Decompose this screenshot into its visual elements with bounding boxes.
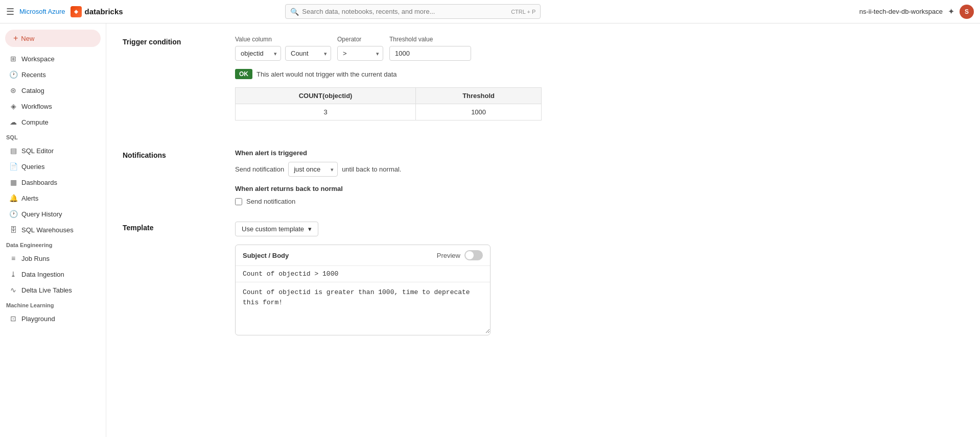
playground-icon: ⊡: [9, 314, 17, 323]
preview-row: Preview: [437, 250, 483, 260]
send-notification-checkbox-label: Send notification: [246, 198, 295, 205]
until-back-text: until back to normal.: [342, 165, 401, 173]
use-custom-template-label: Use custom template: [242, 225, 304, 233]
frequency-select-wrapper: just once each time daily ▾: [288, 162, 338, 177]
settings-icon[interactable]: ✦: [948, 7, 954, 16]
sidebar-item-sql-editor[interactable]: ▤ SQL Editor: [3, 143, 103, 158]
sidebar-item-catalog[interactable]: ⊛ Catalog: [3, 83, 103, 98]
alert-info-text: This alert would not trigger with the cu…: [256, 70, 397, 78]
alerts-icon: 🔔: [9, 194, 17, 202]
workflows-icon: ◈: [9, 102, 17, 110]
sidebar-item-workspace[interactable]: ⊞ Workspace: [3, 51, 103, 66]
template-label-col: Template: [123, 222, 235, 335]
table-row: 3 1000: [236, 104, 542, 120]
sidebar-item-sql-warehouses[interactable]: 🗄 SQL Warehouses: [3, 222, 103, 237]
delta-live-tables-icon: ∿: [9, 286, 17, 294]
job-runs-icon: ≡: [9, 254, 17, 262]
notifications-title: Notifications: [123, 151, 235, 159]
recents-icon: 🕐: [9, 70, 17, 79]
sidebar-item-alerts[interactable]: 🔔 Alerts: [3, 190, 103, 206]
search-input[interactable]: [285, 4, 541, 19]
de-section-label: Data Engineering: [0, 238, 106, 250]
sidebar-item-job-runs[interactable]: ≡ Job Runs: [3, 251, 103, 266]
sidebar-item-playground[interactable]: ⊡ Playground: [3, 311, 103, 326]
aggregate-select-wrapper: Count Sum Avg Min Max ▾: [285, 46, 331, 61]
preview-toggle[interactable]: [464, 250, 483, 260]
trigger-condition-section: Trigger condition Value column objectid …: [123, 36, 964, 133]
send-notification-label: Send notification: [235, 165, 284, 173]
table-col1-value: 3: [236, 104, 416, 120]
sql-warehouses-icon: 🗄: [9, 226, 17, 234]
query-history-icon: 🕐: [9, 210, 17, 218]
ml-section-label: Machine Learning: [0, 298, 106, 310]
search-bar: 🔍 CTRL + P: [285, 4, 541, 19]
use-custom-template-button[interactable]: Use custom template ▾: [235, 222, 318, 236]
column-select-wrapper: objectid name id ▾: [235, 46, 281, 61]
subject-body-header: Subject / Body Preview: [236, 245, 490, 266]
table-col2-header: Threshold: [416, 88, 542, 104]
operator-label: Operator: [337, 36, 383, 43]
topbar-right: ns-ii-tech-dev-db-workspace ✦ S: [859, 5, 974, 19]
operator-select-wrapper: > >= < <= = ▾: [337, 46, 383, 61]
new-button[interactable]: + New: [5, 30, 101, 47]
compute-icon: ☁: [9, 118, 17, 126]
sidebar-item-delta-live-tables[interactable]: ∿ Delta Live Tables: [3, 282, 103, 298]
azure-logo: Microsoft Azure: [19, 8, 65, 15]
threshold-input[interactable]: [389, 46, 471, 61]
workspace-icon: ⊞: [9, 55, 17, 63]
sidebar-item-compute[interactable]: ☁ Compute: [3, 114, 103, 130]
body-textarea[interactable]: Count of objectid is greater than 1000, …: [236, 282, 490, 333]
operator-field-group: Operator > >= < <= = ▾: [337, 36, 383, 61]
avatar[interactable]: S: [960, 5, 974, 19]
subject-body-title: Subject / Body: [243, 252, 289, 259]
trigger-condition-label-col: Trigger condition: [123, 36, 235, 133]
sidebar-item-query-history[interactable]: 🕐 Query History: [3, 206, 103, 222]
template-chevron-icon: ▾: [308, 225, 312, 233]
sidebar-item-queries[interactable]: 📄 Queries: [3, 159, 103, 174]
search-shortcut: CTRL + P: [511, 9, 535, 15]
when-back-normal-label: When alert returns back to normal: [235, 185, 964, 192]
data-ingestion-icon: ⤓: [9, 270, 17, 278]
column-select[interactable]: objectid name id: [235, 46, 281, 61]
frequency-select[interactable]: just once each time daily: [288, 162, 338, 177]
trigger-condition-table: COUNT(objectid) Threshold 3 1000: [235, 87, 542, 120]
sidebar-item-dashboards[interactable]: ▦ Dashboards: [3, 175, 103, 190]
topbar-left: ☰ Microsoft Azure ◈ databricks: [6, 6, 123, 17]
threshold-field-group: Threshold value: [389, 36, 471, 61]
notifications-section: Notifications When alert is triggered Se…: [123, 149, 964, 205]
send-notification-checkbox-row: Send notification: [235, 198, 964, 205]
when-triggered-label: When alert is triggered: [235, 149, 964, 157]
content-area: Trigger condition Value column objectid …: [106, 23, 980, 437]
aggregate-select[interactable]: Count Sum Avg Min Max: [285, 46, 331, 61]
hamburger-icon[interactable]: ☰: [6, 6, 14, 17]
trigger-condition-title: Trigger condition: [123, 38, 235, 46]
sidebar-item-data-ingestion[interactable]: ⤓ Data Ingestion: [3, 266, 103, 282]
sidebar: + New ⊞ Workspace 🕐 Recents ⊛ Catalog ◈ …: [0, 23, 106, 437]
main-layout: + New ⊞ Workspace 🕐 Recents ⊛ Catalog ◈ …: [0, 23, 980, 437]
alert-info: OK This alert would not trigger with the…: [235, 69, 964, 79]
databricks-icon: ◈: [71, 6, 82, 17]
sql-section-label: SQL: [0, 130, 106, 142]
column-field-group: Value column objectid name id ▾: [235, 36, 331, 61]
queries-icon: 📄: [9, 162, 17, 171]
notifications-content: When alert is triggered Send notificatio…: [235, 149, 964, 205]
catalog-icon: ⊛: [9, 86, 17, 94]
workspace-name: ns-ii-tech-dev-db-workspace: [859, 8, 943, 15]
operator-select[interactable]: > >= < <= =: [337, 46, 383, 61]
search-icon: 🔍: [290, 8, 299, 16]
subject-input[interactable]: [236, 266, 490, 282]
template-title: Template: [123, 224, 235, 232]
table-col1-header: COUNT(objectid): [236, 88, 416, 104]
value-column-row: Value column objectid name id ▾: [235, 36, 964, 61]
value-column-label: Value column: [235, 36, 331, 43]
send-notification-checkbox[interactable]: [235, 198, 242, 205]
sidebar-item-recents[interactable]: 🕐 Recents: [3, 67, 103, 82]
sidebar-item-workflows[interactable]: ◈ Workflows: [3, 99, 103, 114]
plus-icon: +: [13, 34, 18, 43]
threshold-label: Threshold value: [389, 36, 471, 43]
sql-editor-icon: ▤: [9, 147, 17, 155]
template-section: Template Use custom template ▾ Subject /…: [123, 222, 964, 335]
topbar: ☰ Microsoft Azure ◈ databricks 🔍 CTRL + …: [0, 0, 980, 23]
trigger-condition-content: Value column objectid name id ▾: [235, 36, 964, 133]
ok-badge: OK: [235, 69, 252, 79]
